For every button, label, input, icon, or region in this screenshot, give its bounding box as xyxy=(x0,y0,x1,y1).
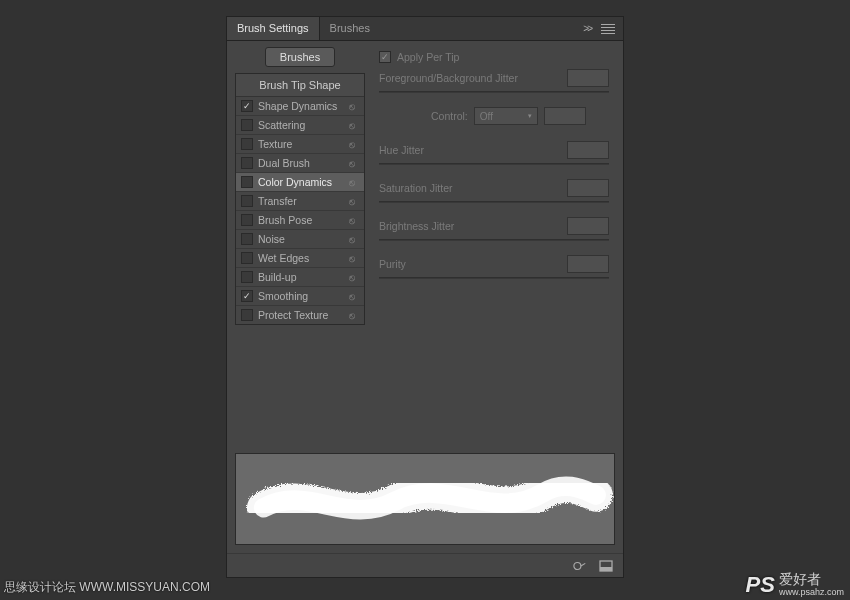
hue-jitter-slider[interactable] xyxy=(379,163,609,165)
new-brush-icon[interactable] xyxy=(599,560,613,572)
brush-settings-panel: Brush Settings Brushes >> Brushes Brush … xyxy=(226,16,624,578)
checkbox-icon[interactable] xyxy=(241,309,253,321)
lock-icon[interactable]: ⎋ xyxy=(345,215,359,226)
checkbox-icon[interactable] xyxy=(241,195,253,207)
lock-icon[interactable]: ⎋ xyxy=(345,310,359,321)
option-build-up[interactable]: Build-up⎋ xyxy=(236,268,364,287)
lock-icon[interactable]: ⎋ xyxy=(345,177,359,188)
lock-icon[interactable]: ⎋ xyxy=(345,234,359,245)
tab-brushes[interactable]: Brushes xyxy=(320,17,380,40)
lock-icon[interactable]: ⎋ xyxy=(345,120,359,131)
panel-tabbar: Brush Settings Brushes >> xyxy=(227,17,623,41)
ps-logo-icon: PS xyxy=(746,572,775,598)
lock-icon[interactable]: ⎋ xyxy=(345,272,359,283)
checkbox-icon[interactable] xyxy=(241,100,253,112)
checkbox-icon[interactable] xyxy=(241,119,253,131)
control-value[interactable] xyxy=(544,107,586,125)
checkbox-icon[interactable] xyxy=(241,233,253,245)
checkbox-icon[interactable] xyxy=(241,271,253,283)
lock-icon[interactable]: ⎋ xyxy=(345,158,359,169)
collapse-icon[interactable]: >> xyxy=(583,23,591,34)
option-brush-pose[interactable]: Brush Pose⎋ xyxy=(236,211,364,230)
fg-bg-jitter-slider[interactable] xyxy=(379,91,609,93)
svg-point-0 xyxy=(574,562,581,569)
lock-icon[interactable]: ⎋ xyxy=(345,196,359,207)
fg-bg-jitter-value[interactable] xyxy=(567,69,609,87)
option-protect-texture[interactable]: Protect Texture⎋ xyxy=(236,306,364,324)
control-label: Control: xyxy=(431,110,468,122)
option-color-dynamics[interactable]: Color Dynamics⎋ xyxy=(236,173,364,192)
checkbox-icon[interactable] xyxy=(241,138,253,150)
saturation-jitter-label: Saturation Jitter xyxy=(379,182,561,194)
purity-label: Purity xyxy=(379,258,561,270)
purity-slider[interactable] xyxy=(379,277,609,279)
apply-per-tip-checkbox[interactable]: ✓ xyxy=(379,51,391,63)
brightness-jitter-value[interactable] xyxy=(567,217,609,235)
checkbox-icon[interactable] xyxy=(241,157,253,169)
option-scattering[interactable]: Scattering⎋ xyxy=(236,116,364,135)
control-dropdown[interactable]: Off▾ xyxy=(474,107,538,125)
brushes-button[interactable]: Brushes xyxy=(265,47,335,67)
checkbox-icon[interactable] xyxy=(241,252,253,264)
lock-icon[interactable]: ⎋ xyxy=(345,101,359,112)
checkbox-icon[interactable] xyxy=(241,290,253,302)
options-sidebar: Brushes Brush Tip Shape Shape Dynamics⎋ … xyxy=(235,47,365,325)
purity-value[interactable] xyxy=(567,255,609,273)
option-shape-dynamics[interactable]: Shape Dynamics⎋ xyxy=(236,97,364,116)
panel-menu-icon[interactable] xyxy=(601,24,615,34)
brightness-jitter-slider[interactable] xyxy=(379,239,609,241)
brush-stroke-preview-icon xyxy=(236,454,614,544)
toggle-preview-icon[interactable] xyxy=(573,560,587,572)
svg-rect-2 xyxy=(600,567,612,571)
lock-icon[interactable]: ⎋ xyxy=(345,291,359,302)
checkbox-icon[interactable] xyxy=(241,214,253,226)
option-texture[interactable]: Texture⎋ xyxy=(236,135,364,154)
watermark-left: 思缘设计论坛 WWW.MISSYUAN.COM xyxy=(4,579,210,596)
apply-per-tip-label: Apply Per Tip xyxy=(397,51,459,63)
panel-footer xyxy=(227,553,623,577)
tab-brush-settings[interactable]: Brush Settings xyxy=(227,17,320,40)
watermark-right: PS 爱好者 www.psahz.com xyxy=(746,572,844,598)
brightness-jitter-label: Brightness Jitter xyxy=(379,220,561,232)
hue-jitter-value[interactable] xyxy=(567,141,609,159)
option-brush-tip-shape[interactable]: Brush Tip Shape xyxy=(236,74,364,97)
option-noise[interactable]: Noise⎋ xyxy=(236,230,364,249)
lock-icon[interactable]: ⎋ xyxy=(345,139,359,150)
lock-icon[interactable]: ⎋ xyxy=(345,253,359,264)
option-wet-edges[interactable]: Wet Edges⎋ xyxy=(236,249,364,268)
option-dual-brush[interactable]: Dual Brush⎋ xyxy=(236,154,364,173)
saturation-jitter-slider[interactable] xyxy=(379,201,609,203)
checkbox-icon[interactable] xyxy=(241,176,253,188)
option-smoothing[interactable]: Smoothing⎋ xyxy=(236,287,364,306)
options-list: Brush Tip Shape Shape Dynamics⎋ Scatteri… xyxy=(235,73,365,325)
saturation-jitter-value[interactable] xyxy=(567,179,609,197)
brush-preview xyxy=(235,453,615,545)
hue-jitter-label: Hue Jitter xyxy=(379,144,561,156)
chevron-down-icon: ▾ xyxy=(528,112,532,120)
settings-area: ✓ Apply Per Tip Foreground/Background Ji… xyxy=(373,47,615,325)
fg-bg-jitter-label: Foreground/Background Jitter xyxy=(379,72,561,84)
option-transfer[interactable]: Transfer⎋ xyxy=(236,192,364,211)
